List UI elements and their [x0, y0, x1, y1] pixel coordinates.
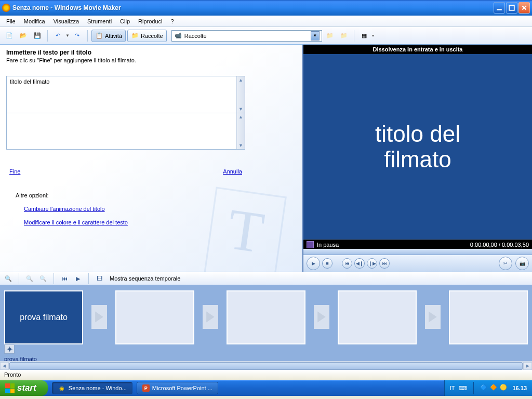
- preview-seek-track[interactable]: [303, 249, 532, 255]
- title-watermark-icon: T: [204, 183, 287, 272]
- combo-dropdown-icon[interactable]: ▼: [311, 31, 320, 41]
- scroll-right-icon[interactable]: ▶: [523, 362, 532, 370]
- timeline-toggle-label[interactable]: Mostra sequenza temporale: [110, 275, 180, 282]
- clip-thumbnail-empty[interactable]: [449, 290, 528, 344]
- separator: [19, 273, 19, 284]
- title-input-group: titolo del filmato ▲▼ ▲▼: [6, 76, 245, 150]
- menu-visualizza[interactable]: Visualizza: [50, 17, 82, 25]
- clip-thumbnail-empty[interactable]: [338, 290, 417, 344]
- preview-panel: Dissolvenza in entrata e in uscita titol…: [302, 45, 532, 272]
- tray-icon[interactable]: 🔶: [490, 384, 498, 392]
- menu-help[interactable]: ?: [168, 17, 177, 25]
- taskbar-item-powerpoint[interactable]: P Microsoft PowerPoint ...: [137, 382, 218, 394]
- camera-icon: 📹: [174, 32, 182, 40]
- scroll-down-icon[interactable]: ▼: [238, 107, 243, 112]
- close-button[interactable]: [518, 2, 530, 14]
- clip-label: prova filmato: [4, 356, 37, 361]
- tray-icon[interactable]: 🔷: [480, 384, 488, 392]
- redo-button[interactable]: ↷: [71, 30, 84, 42]
- menu-file[interactable]: File: [3, 17, 19, 25]
- scroll-down-icon[interactable]: ▼: [238, 143, 243, 148]
- tasks-button[interactable]: 📋Attività: [91, 30, 126, 42]
- clip-slot-empty[interactable]: [227, 290, 305, 344]
- language-indicator[interactable]: IT: [450, 385, 455, 391]
- scroll-up-icon[interactable]: ▲: [238, 114, 243, 119]
- task-heading: Immettere il testo per il titolo: [6, 49, 296, 56]
- next-button[interactable]: ⏭: [379, 258, 390, 269]
- storyboard-scrollbar[interactable]: ◀ ▶: [0, 361, 532, 370]
- timeline-view-icon[interactable]: 🎞: [94, 273, 104, 284]
- clip-thumbnail-empty[interactable]: [115, 290, 194, 344]
- transition-slot[interactable]: [425, 305, 441, 329]
- open-button[interactable]: 📂: [17, 30, 30, 42]
- maximize-button[interactable]: [506, 2, 517, 14]
- scroll-left-icon[interactable]: ◀: [0, 362, 9, 370]
- tray-icon[interactable]: 🟡: [500, 384, 508, 392]
- undo-dropdown-icon[interactable]: ▼: [65, 33, 70, 38]
- title-input-main[interactable]: titolo del filmato ▲▼: [7, 76, 245, 113]
- undo-button[interactable]: ↶: [51, 30, 64, 42]
- start-button[interactable]: start: [0, 380, 48, 396]
- clip-slot-empty[interactable]: [449, 290, 528, 344]
- snapshot-button[interactable]: 📷: [515, 257, 529, 270]
- transition-slot[interactable]: [314, 305, 329, 329]
- start-label: start: [17, 383, 36, 393]
- scrollbar[interactable]: ▲▼: [236, 113, 245, 149]
- menu-modifica[interactable]: Modifica: [21, 17, 48, 25]
- windows-logo-icon: [5, 383, 15, 393]
- split-button[interactable]: ✂: [499, 257, 512, 270]
- clip-item[interactable]: prova filmato ✦ prova filmato: [4, 290, 83, 361]
- step-back-button[interactable]: ◀❙: [354, 258, 365, 269]
- collections-label: Raccolte: [141, 33, 163, 39]
- clip-effect-icon[interactable]: ✦: [4, 344, 15, 354]
- clip-slot-empty[interactable]: [338, 290, 417, 344]
- task-label: Senza nome - Windo...: [69, 385, 127, 391]
- preview-video: titolo delfilmato: [303, 54, 532, 240]
- stop-button[interactable]: ■: [322, 258, 332, 269]
- taskbar: start ◉ Senza nome - Windo... P Microsof…: [0, 380, 532, 396]
- scroll-thumb[interactable]: [9, 362, 523, 370]
- rewind-button[interactable]: ⏮: [59, 273, 70, 284]
- new-folder-button[interactable]: 📁: [338, 30, 350, 42]
- menu-riproduci[interactable]: Riproduci: [135, 17, 165, 25]
- up-folder-button[interactable]: 📁: [324, 30, 336, 42]
- content-area: Immettere il testo per il titolo Fare cl…: [0, 45, 532, 272]
- view-dropdown-icon[interactable]: ▾: [372, 33, 374, 38]
- scroll-up-icon[interactable]: ▲: [238, 77, 243, 83]
- play-button[interactable]: ▶: [307, 257, 320, 270]
- save-button[interactable]: 💾: [31, 30, 44, 42]
- menubar: File Modifica Visualizza Strumenti Clip …: [0, 16, 532, 27]
- menu-clip[interactable]: Clip: [117, 17, 133, 25]
- clock[interactable]: 16.13: [512, 385, 527, 391]
- transition-slot[interactable]: [91, 305, 107, 329]
- keyboard-icon[interactable]: ⌨: [459, 385, 467, 392]
- zoom-out-icon[interactable]: 🔍: [38, 273, 48, 284]
- done-link[interactable]: Fine: [9, 168, 20, 175]
- window-title: Senza nome - Windows Movie Maker: [12, 4, 494, 11]
- preview-status-bar: In pausa 0.00.00,00 / 0.00.03,50: [303, 240, 532, 249]
- scrollbar[interactable]: ▲▼: [236, 76, 245, 113]
- clip-slot-empty[interactable]: [115, 290, 194, 344]
- tasks-label: Attività: [105, 33, 122, 39]
- taskbar-item-moviemaker[interactable]: ◉ Senza nome - Windo...: [52, 382, 132, 394]
- transition-slot[interactable]: [203, 305, 218, 329]
- zoom-tool-icon[interactable]: 🔍: [3, 273, 14, 284]
- collections-combo[interactable]: 📹 Raccolte ▼: [171, 30, 322, 42]
- toolbar: 📄 📂 💾 ↶ ▼ ↷ 📋Attività 📁Raccolte 📹 Raccol…: [0, 27, 532, 45]
- view-button[interactable]: ▦: [358, 30, 370, 42]
- play-timeline-button[interactable]: ▶: [73, 273, 83, 284]
- collections-button[interactable]: 📁Raccolte: [127, 30, 167, 42]
- zoom-in-icon[interactable]: 🔍: [24, 273, 35, 284]
- clip-thumbnail[interactable]: prova filmato ✦: [4, 290, 83, 344]
- new-button[interactable]: 📄: [3, 30, 16, 42]
- title-input-subtitle[interactable]: ▲▼: [7, 113, 245, 149]
- preview-time: 0.00.00,00 / 0.00.03,50: [470, 242, 529, 248]
- separator: [87, 30, 88, 42]
- step-fwd-button[interactable]: ❙▶: [367, 258, 377, 269]
- prev-button[interactable]: ⏮: [342, 258, 352, 269]
- clip-thumbnail-empty[interactable]: [227, 290, 305, 344]
- minimize-button[interactable]: [494, 2, 505, 14]
- menu-strumenti[interactable]: Strumenti: [84, 17, 115, 25]
- preview-status-text: In pausa: [317, 242, 339, 248]
- cancel-link[interactable]: Annulla: [223, 168, 242, 175]
